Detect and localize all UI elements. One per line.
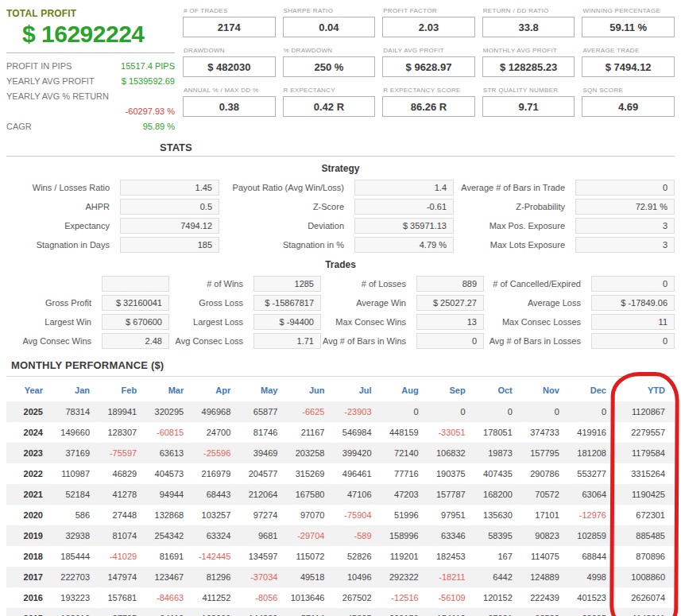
month-value-cell: 119201 [381,546,428,567]
month-value-cell: 203258 [287,443,334,463]
stat-label: Largest Loss [169,317,253,327]
stat-pair: Largest Win$ 670600 [6,314,169,330]
month-value-cell: 448159 [381,422,428,443]
stat-label: Avg Consec Wins [6,336,102,346]
monthly-table-wrap: YearJanFebMarAprMayJunJulAugSepOctNovDec… [6,379,675,616]
month-value-cell: 149660 [52,422,99,443]
month-value-cell: 496968 [193,401,240,422]
month-value-cell: 209156 [381,608,428,616]
month-value-cell: 51996 [381,505,428,525]
kpi-value: 86.26 R [382,96,475,117]
month-value-cell: 70572 [522,484,569,505]
kpi-value: 0.38 [183,96,276,117]
ytd-value-cell: 1179584 [616,443,675,463]
year-cell: 2020 [6,505,52,525]
stat-value: $ 32160041 [102,295,169,311]
month-value-cell: -12516 [381,587,428,608]
stat-value: 0.5 [120,199,219,215]
month-value-cell: 586 [52,505,99,525]
stat-label: Average Win [321,298,416,308]
month-value-cell: 94116 [146,608,193,616]
kpi-annual-max-dd: ANNUAL % / MAX DD %0.38 [183,84,276,117]
stat-pair: Z-Score-0.61 [219,199,454,215]
month-value-cell: 28095 [569,608,616,616]
month-value-cell: 52826 [334,546,381,567]
stat-pair: Average Win$ 25027.27 [321,295,484,311]
column-header-jan: Jan [52,379,99,401]
column-header-may: May [240,379,287,401]
kpi-value: 9.71 [482,96,575,117]
month-value-cell: 6442 [475,567,522,587]
stat-label: Max Lots Exposure [454,240,575,250]
month-value-cell: 94944 [146,484,193,505]
stat-pair: Avg Consec Loss1.71 [169,333,321,349]
month-value-cell: 154112 [428,608,475,616]
month-value-cell: 97070 [287,505,334,525]
month-value-cell: 63346 [428,525,475,546]
stat-label: Deviation [219,221,354,231]
month-value-cell: 496461 [334,463,381,484]
summary-row-value: 15517.4 PIPS [121,59,175,74]
month-value-cell: 106832 [428,443,475,463]
stat-pair: # of Cancelled/Expired0 [484,276,675,292]
kpi-label: RETURN / DD RATIO [483,7,575,14]
month-value-cell: 134597 [240,546,287,567]
ytd-value-cell: 885485 [616,525,675,546]
month-value-cell: 10496 [334,567,381,587]
stats-heading: STATS [160,141,675,153]
month-value-cell: 0 [428,401,475,422]
kpi-value: $ 9628.97 [382,56,475,77]
stat-pair: Max Consec Wins13 [321,314,484,330]
stat-value: $ -15867817 [253,295,321,311]
month-value-cell: 63324 [193,525,240,546]
month-value-cell: 114075 [522,546,569,567]
month-value-cell: 181208 [569,443,616,463]
month-value-cell: 407435 [475,463,522,484]
month-value-cell: 168200 [475,484,522,505]
total-profit-value: $ 16292224 [6,19,175,53]
strategy-stats-grid: Wins / Losses Ratio1.45Payout Ratio (Avg… [6,180,675,253]
year-cell: 2024 [6,422,52,443]
summary-row-value-line: -60297.93 % [6,104,175,119]
stat-pair: Stagnation in %4.79 % [219,237,454,253]
stat-value: $ 670600 [102,314,169,330]
month-value-cell: -25596 [193,443,240,463]
month-value-cell: -29704 [287,525,334,546]
month-value-cell: 0 [522,401,569,422]
kpi-label: AVERAGE TRADE [582,47,675,54]
month-value-cell: -18211 [428,567,475,587]
month-value-cell: 189941 [99,401,146,422]
table-row-2020: 2020586274481328681032579727497070-75904… [6,505,675,525]
kpi-value: 2.03 [382,17,475,37]
month-value-cell: 110987 [52,463,99,484]
month-value-cell: 0 [381,401,428,422]
monthly-performance-table: YearJanFebMarAprMayJunJulAugSepOctNovDec… [6,379,675,616]
month-value-cell: 47203 [381,484,428,505]
column-header-apr: Apr [193,379,240,401]
month-value-cell: 27681 [475,608,522,616]
month-value-cell: 81296 [193,567,240,587]
table-row-2025: 20257831418994132029549696865877-6625-23… [6,401,675,422]
stat-pair: # of Losses889 [321,276,484,292]
year-cell: 2017 [6,567,52,587]
stat-value: 11 [591,314,675,330]
stat-pair: Gross Profit$ 32160041 [6,295,169,311]
stat-label: Largest Win [6,317,102,327]
month-value-cell: 45395 [334,608,381,616]
stat-value: 3 [575,237,675,253]
month-value-cell: 77716 [381,463,428,484]
column-header-feb: Feb [99,379,146,401]
stat-pair: Avg # of Bars in Wins0 [321,333,484,349]
stat-label: # of Wins [169,279,253,289]
stat-pair: Average Loss$ -17849.06 [484,295,675,311]
stat-pair: Deviation$ 35971.13 [219,218,454,234]
month-value-cell: -75597 [99,443,146,463]
table-row-2017: 201722270314797412346781296-370344951810… [6,567,675,587]
ytd-value-cell: 3315264 [616,463,675,484]
month-value-cell: 78314 [52,401,99,422]
month-value-cell: 222703 [52,567,99,587]
stat-label: Z-Probability [454,202,575,211]
monthly-divider [6,376,675,377]
stat-value: $ -17849.06 [591,295,675,311]
month-value-cell: 135630 [475,505,522,525]
